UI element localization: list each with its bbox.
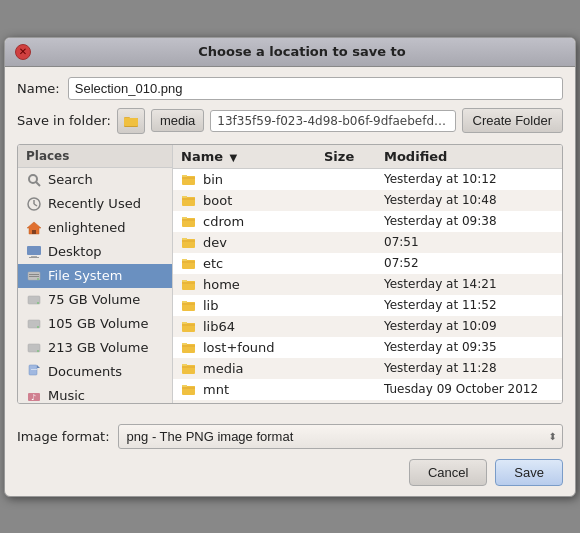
breadcrumb-media-button[interactable]: media [151, 109, 204, 132]
files-header: Name ▼ Size Modified [173, 145, 562, 169]
save-button[interactable]: Save [495, 459, 563, 486]
folder-item-icon [181, 319, 197, 333]
table-row[interactable]: lost+found Yesterday at 09:35 [173, 337, 562, 358]
file-name: lib [203, 298, 312, 313]
file-modified: Yesterday at 09:35 [384, 340, 554, 354]
svg-rect-35 [182, 175, 187, 177]
music-icon: ♪ [26, 388, 42, 403]
title-bar: ✕ Choose a location to save to [5, 38, 575, 67]
table-row[interactable]: lib Yesterday at 11:52 [173, 295, 562, 316]
file-name: home [203, 277, 312, 292]
folder-item-icon [181, 298, 197, 312]
name-input[interactable] [68, 77, 563, 100]
file-name: cdrom [203, 214, 312, 229]
table-row[interactable]: mnt Tuesday 09 October 2012 [173, 379, 562, 400]
column-size-header[interactable]: Size [324, 149, 384, 164]
column-name-header[interactable]: Name ▼ [181, 149, 324, 164]
desktop-icon [26, 244, 42, 260]
svg-point-16 [37, 278, 39, 280]
folder-item-icon [181, 361, 197, 375]
file-name: lost+found [203, 340, 312, 355]
drive-icon [26, 292, 42, 308]
save-folder-row: Save in folder: media 13f35f59-f023-4d98… [17, 108, 563, 134]
table-row[interactable]: home Yesterday at 14:21 [173, 274, 562, 295]
name-row: Name: [17, 77, 563, 100]
dialog-content: Name: Save in folder: media 13f35f59-f02… [5, 67, 575, 424]
save-dialog: ✕ Choose a location to save to Name: Sav… [4, 37, 576, 497]
name-label: Name: [17, 81, 60, 96]
table-row[interactable]: boot Yesterday at 10:48 [173, 190, 562, 211]
folder-item-icon [181, 277, 197, 291]
file-name: bin [203, 172, 312, 187]
table-row[interactable]: media Yesterday at 11:28 [173, 358, 562, 379]
svg-line-7 [34, 204, 37, 206]
svg-rect-65 [182, 301, 187, 303]
file-modified: Yesterday at 10:09 [384, 319, 554, 333]
file-name: boot [203, 193, 312, 208]
bottom-section: Image format: png - The PNG image format… [5, 424, 575, 496]
places-item-213gb[interactable]: 213 GB Volume [18, 336, 172, 360]
svg-rect-54 [182, 260, 195, 268]
svg-rect-64 [182, 302, 195, 310]
drive3-icon [26, 340, 42, 356]
drive2-icon [26, 316, 42, 332]
svg-rect-80 [182, 364, 187, 366]
places-item-75gb[interactable]: 75 GB Volume [18, 288, 172, 312]
places-item-recently-used[interactable]: Recently Used [18, 192, 172, 216]
folder-item-icon [181, 382, 197, 396]
svg-point-20 [37, 326, 39, 328]
create-folder-button[interactable]: Create Folder [462, 108, 563, 133]
svg-point-3 [29, 175, 37, 183]
svg-point-22 [37, 350, 39, 352]
svg-rect-60 [182, 280, 187, 282]
table-row[interactable]: etc 07:52 [173, 253, 562, 274]
places-header: Places [18, 145, 172, 168]
svg-rect-15 [29, 276, 39, 277]
svg-rect-85 [182, 385, 187, 387]
places-item-105gb[interactable]: 105 GB Volume [18, 312, 172, 336]
home-icon [26, 220, 42, 236]
places-item-search[interactable]: Search [18, 168, 172, 192]
svg-rect-55 [182, 259, 187, 261]
folder-item-icon [181, 172, 197, 186]
table-row[interactable]: cdrom Yesterday at 09:38 [173, 211, 562, 232]
svg-rect-44 [182, 218, 195, 226]
folder-item-icon [181, 256, 197, 270]
table-row[interactable]: dev 07:51 [173, 232, 562, 253]
file-browser: Places Search Recently Used [17, 144, 563, 404]
save-folder-label: Save in folder: [17, 113, 111, 128]
file-name: lib64 [203, 319, 312, 334]
file-modified: Yesterday at 14:21 [384, 277, 554, 291]
places-item-enlightened[interactable]: enlightened [18, 216, 172, 240]
places-item-desktop[interactable]: Desktop [18, 240, 172, 264]
dialog-title: Choose a location to save to [39, 44, 565, 59]
places-item-filesystem[interactable]: File System [18, 264, 172, 288]
close-button[interactable]: ✕ [15, 44, 31, 60]
files-panel: Name ▼ Size Modified bin Yesterday at 10… [173, 145, 562, 403]
svg-rect-39 [182, 197, 195, 205]
svg-rect-9 [32, 230, 36, 234]
buttons-row: Cancel Save [17, 459, 563, 486]
svg-point-18 [37, 302, 39, 304]
table-row[interactable]: opt Yesterday at 11:14 [173, 400, 562, 403]
file-modified: 07:51 [384, 235, 554, 249]
path-display: 13f35f59-f023-4d98-b06f-9dfaebefd6c1 [210, 110, 455, 132]
folder-item-icon [181, 193, 197, 207]
svg-rect-50 [182, 238, 187, 240]
places-item-music[interactable]: ♪ Music [18, 384, 172, 403]
svg-rect-84 [182, 386, 195, 394]
places-item-documents[interactable]: Documents [18, 360, 172, 384]
table-row[interactable]: bin Yesterday at 10:12 [173, 169, 562, 190]
clock-icon [26, 196, 42, 212]
table-row[interactable]: lib64 Yesterday at 10:09 [173, 316, 562, 337]
svg-rect-69 [182, 323, 195, 331]
search-icon [26, 172, 42, 188]
svg-rect-75 [182, 343, 187, 345]
folder-browse-button[interactable] [117, 108, 145, 134]
cancel-button[interactable]: Cancel [409, 459, 487, 486]
format-label: Image format: [17, 429, 110, 444]
svg-marker-24 [37, 365, 40, 368]
format-select[interactable]: png - The PNG image formatjpg - The JPEG… [118, 424, 563, 449]
folder-icon [123, 113, 139, 129]
column-modified-header[interactable]: Modified [384, 149, 554, 164]
